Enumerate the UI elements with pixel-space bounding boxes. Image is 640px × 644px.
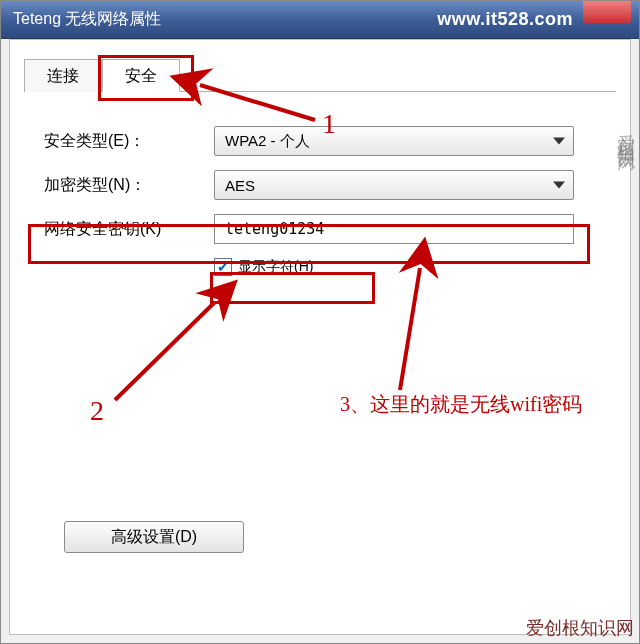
annotation-box-tab [98,55,194,101]
annotation-box-showchars [210,272,375,304]
watermark-bottom: 爱创根知识网 [526,616,634,640]
combo-encryption-type[interactable]: AES [214,170,574,200]
combo-security-type-value: WPA2 - 个人 [225,132,310,151]
chevron-down-icon [553,182,565,189]
annotation-num-2: 2 [90,395,104,427]
tab-connection[interactable]: 连接 [24,59,102,92]
watermark-vertical: 爱创根知识网 [614,120,638,144]
watermark-url: www.it528.com [437,9,573,30]
security-panel: 安全类型(E)： WPA2 - 个人 加密类型(N)： AES 网络安全密钥(K… [24,92,616,553]
titlebar: Teteng 无线网络属性 www.it528.com [1,1,639,39]
window-title: Teteng 无线网络属性 [13,9,437,30]
annotation-num-1: 1 [322,108,336,140]
advanced-settings-button[interactable]: 高级设置(D) [64,521,244,553]
label-security-type: 安全类型(E)： [44,131,214,152]
annotation-box-key [28,224,590,264]
window-frame: Teteng 无线网络属性 www.it528.com 连接 安全 安全类型(E… [0,0,640,644]
close-button[interactable] [583,1,631,23]
client-area: 连接 安全 安全类型(E)： WPA2 - 个人 加密类型(N)： AES 网络… [9,39,631,635]
label-encryption-type: 加密类型(N)： [44,175,214,196]
annotation-text-3: 3、这里的就是无线wifi密码 [340,388,630,420]
chevron-down-icon [553,138,565,145]
combo-encryption-type-value: AES [225,177,255,194]
row-encryption-type: 加密类型(N)： AES [44,170,616,200]
combo-security-type[interactable]: WPA2 - 个人 [214,126,574,156]
